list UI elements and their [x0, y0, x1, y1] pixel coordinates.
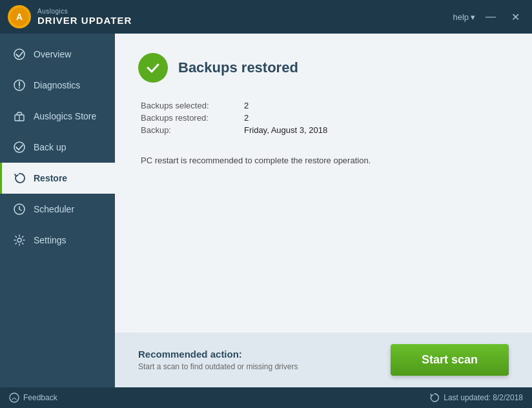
sidebar-label-store: Auslogics Store	[34, 111, 96, 121]
sidebar-label-backup: Back up	[34, 142, 66, 152]
feedback-icon	[9, 393, 19, 403]
scheduler-icon	[13, 203, 26, 216]
restore-icon	[13, 172, 26, 185]
last-updated: Last updated: 8/2/2018	[429, 393, 523, 403]
feedback-link[interactable]: Feedback	[9, 393, 57, 403]
success-header: Backups restored	[138, 53, 509, 83]
success-icon	[138, 53, 168, 83]
minimize-button[interactable]: —	[482, 8, 500, 26]
svg-text:A: A	[16, 12, 23, 22]
label-backups-selected: Backups selected:	[141, 101, 244, 110]
sidebar-item-backup[interactable]: Back up	[0, 132, 115, 163]
sidebar-label-settings: Settings	[34, 235, 66, 245]
label-backups-restored: Backups restored:	[141, 113, 244, 123]
action-text: Recommended action: Start a scan to find…	[138, 349, 298, 371]
app-logo: A	[8, 5, 31, 28]
restart-note: PC restart is recommended to complete th…	[141, 156, 509, 165]
footer: Feedback Last updated: 8/2/2018	[0, 387, 532, 408]
svg-point-6	[19, 87, 20, 88]
value-backups-selected: 2	[244, 101, 249, 110]
backup-icon	[13, 141, 26, 154]
sidebar: Overview Diagnostics Auslogics Store	[0, 34, 115, 387]
close-button[interactable]: ✕	[506, 8, 524, 26]
app-title: Auslogics DRIVER UPDATER	[37, 8, 453, 26]
label-backup-date: Backup:	[141, 125, 244, 135]
action-title: Recommended action:	[138, 349, 298, 360]
diagnostics-icon	[13, 79, 26, 92]
sidebar-item-restore[interactable]: Restore	[0, 163, 115, 194]
window-controls: help ▾ — ✕	[453, 8, 524, 26]
start-scan-button[interactable]: Start scan	[391, 344, 509, 376]
sidebar-label-restore: Restore	[34, 173, 67, 183]
help-button[interactable]: help ▾	[453, 12, 475, 22]
content-area: Backups restored Backups selected: 2 Bac…	[115, 34, 532, 387]
last-updated-label: Last updated: 8/2/2018	[444, 393, 523, 402]
feedback-label: Feedback	[23, 393, 57, 402]
action-bar: Recommended action: Start a scan to find…	[115, 332, 532, 387]
sidebar-label-diagnostics: Diagnostics	[34, 80, 80, 90]
info-row-backup-date: Backup: Friday, August 3, 2018	[141, 125, 509, 135]
overview-icon	[13, 48, 26, 61]
info-table: Backups selected: 2 Backups restored: 2 …	[141, 101, 509, 138]
store-icon	[13, 110, 26, 123]
refresh-icon	[429, 393, 440, 403]
sidebar-label-overview: Overview	[34, 49, 71, 59]
sidebar-item-overview[interactable]: Overview	[0, 39, 115, 70]
title-bar: A Auslogics DRIVER UPDATER help ▾ — ✕	[0, 0, 532, 34]
app-name-bottom: DRIVER UPDATER	[37, 15, 453, 26]
app-name-top: Auslogics	[37, 8, 453, 15]
sidebar-item-settings[interactable]: Settings	[0, 225, 115, 256]
svg-point-13	[17, 238, 21, 242]
sidebar-item-auslogics-store[interactable]: Auslogics Store	[0, 101, 115, 132]
settings-icon	[13, 234, 26, 247]
sidebar-label-scheduler: Scheduler	[34, 204, 74, 214]
sidebar-item-scheduler[interactable]: Scheduler	[0, 194, 115, 225]
value-backup-date: Friday, August 3, 2018	[244, 125, 327, 135]
info-row-restored: Backups restored: 2	[141, 113, 509, 123]
info-row-selected: Backups selected: 2	[141, 101, 509, 110]
value-backups-restored: 2	[244, 113, 249, 123]
success-title: Backups restored	[178, 59, 298, 76]
sidebar-item-diagnostics[interactable]: Diagnostics	[0, 70, 115, 101]
main-layout: Overview Diagnostics Auslogics Store	[0, 34, 532, 387]
svg-line-12	[19, 209, 21, 210]
action-subtitle: Start a scan to find outdated or missing…	[138, 362, 298, 371]
